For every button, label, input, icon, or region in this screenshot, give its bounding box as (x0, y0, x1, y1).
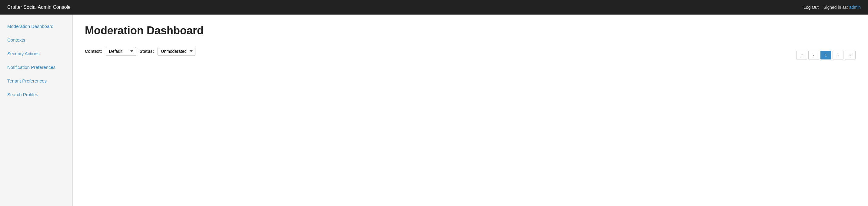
top-controls: Context: Default Status: Unmoderated Mod… (85, 47, 856, 63)
sidebar-item-contexts[interactable]: Contexts (0, 33, 72, 47)
status-label: Status: (140, 49, 154, 54)
header-right: Log Out Signed in as: admin (803, 5, 861, 10)
main-layout: Moderation Dashboard Contexts Security A… (0, 14, 868, 206)
pagination: « ‹ 1 › » (796, 51, 856, 59)
sidebar-item-moderation-dashboard[interactable]: Moderation Dashboard (0, 20, 72, 33)
app-title: Crafter Social Admin Console (7, 4, 70, 10)
context-select[interactable]: Default (106, 47, 136, 56)
filter-row: Context: Default Status: Unmoderated Mod… (85, 47, 195, 56)
status-select[interactable]: Unmoderated Moderated Spam Trash (158, 47, 195, 56)
sidebar-item-notification-preferences[interactable]: Notification Preferences (0, 60, 72, 74)
pagination-first-button[interactable]: « (796, 51, 807, 59)
pagination-last-button[interactable]: » (845, 51, 856, 59)
page-title: Moderation Dashboard (85, 24, 856, 37)
admin-user-link[interactable]: admin (849, 5, 861, 10)
sidebar-item-search-profiles[interactable]: Search Profiles (0, 88, 72, 101)
signed-in-label: Signed in as: admin (824, 5, 861, 10)
pagination-prev-button[interactable]: ‹ (808, 51, 819, 59)
context-label: Context: (85, 49, 102, 54)
sidebar-item-tenant-preferences[interactable]: Tenant Preferences (0, 74, 72, 88)
sidebar: Moderation Dashboard Contexts Security A… (0, 14, 73, 206)
main-content: Moderation Dashboard Context: Default St… (73, 14, 868, 206)
logout-button[interactable]: Log Out (803, 5, 818, 10)
pagination-next-button[interactable]: › (833, 51, 843, 59)
header: Crafter Social Admin Console Log Out Sig… (0, 0, 868, 14)
pagination-current-button[interactable]: 1 (820, 51, 831, 59)
sidebar-item-security-actions[interactable]: Security Actions (0, 47, 72, 60)
